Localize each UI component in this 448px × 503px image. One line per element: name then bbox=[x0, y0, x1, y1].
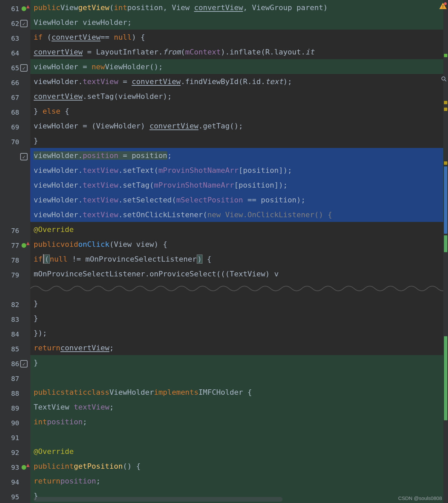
warning-icon[interactable] bbox=[439, 2, 447, 10]
code-line[interactable]: viewHolder = new ViewHolder(); bbox=[30, 59, 448, 74]
override-icon[interactable] bbox=[22, 465, 26, 470]
watermark: CSDN @souls0808 bbox=[398, 495, 442, 501]
line-number: 85 bbox=[9, 345, 19, 353]
code-line[interactable]: public static class ViewHolder implement… bbox=[30, 385, 448, 399]
svg-line-1 bbox=[445, 80, 446, 81]
line-number: 63 bbox=[9, 34, 19, 42]
code-line[interactable]: viewHolder.textView.setOnClickListener(n… bbox=[30, 207, 448, 222]
line-number: 89 bbox=[9, 404, 19, 412]
code-line[interactable]: viewHolder.position = position; bbox=[30, 148, 448, 163]
svg-point-0 bbox=[442, 77, 445, 80]
diff-checkbox-icon[interactable]: ✓ bbox=[20, 64, 28, 72]
code-line[interactable]: } bbox=[30, 311, 448, 325]
line-number: 70 bbox=[9, 138, 19, 146]
line-number: 93 bbox=[9, 463, 19, 471]
code-line[interactable] bbox=[30, 429, 448, 444]
code-line[interactable]: if (convertView == null) { bbox=[30, 30, 448, 44]
stripe-mark bbox=[444, 101, 447, 104]
code-fold-divider[interactable] bbox=[30, 281, 448, 296]
line-number: 83 bbox=[9, 315, 19, 323]
code-line[interactable]: @Override bbox=[30, 222, 448, 237]
code-area[interactable]: public View getView(int position, View c… bbox=[30, 0, 448, 503]
code-line[interactable]: } bbox=[30, 133, 448, 148]
code-line[interactable]: convertView.setTag(viewHolder); bbox=[30, 89, 448, 104]
code-line[interactable]: } bbox=[30, 355, 448, 370]
horizontal-scrollbar[interactable] bbox=[34, 497, 283, 502]
line-number: 69 bbox=[9, 123, 19, 131]
diff-checkbox-icon[interactable]: ✓ bbox=[20, 153, 28, 160]
magnifier-icon[interactable] bbox=[441, 76, 447, 82]
line-number: 66 bbox=[9, 79, 19, 87]
code-line[interactable]: public void onClick(View view) { bbox=[30, 237, 448, 252]
code-line[interactable]: mOnProvinceSelectListener.onProviceSelec… bbox=[30, 266, 448, 281]
stripe-mark bbox=[444, 235, 447, 252]
line-number: 95 bbox=[9, 493, 19, 501]
line-number: 91 bbox=[9, 434, 19, 442]
gutter: 6162✓636465✓6667686970✓76777879828384858… bbox=[0, 0, 30, 503]
line-number: 67 bbox=[9, 93, 19, 102]
code-editor[interactable]: 6162✓636465✓6667686970✓76777879828384858… bbox=[0, 0, 448, 503]
code-line[interactable]: @Override bbox=[30, 444, 448, 459]
code-line[interactable]: viewHolder.textView = convertView.findVi… bbox=[30, 74, 448, 89]
diff-checkbox-icon[interactable]: ✓ bbox=[20, 360, 28, 367]
line-number: 78 bbox=[9, 256, 19, 264]
stripe-mark bbox=[444, 54, 447, 57]
line-number: 94 bbox=[9, 478, 19, 486]
code-line[interactable]: } else { bbox=[30, 104, 448, 118]
stripe-mark bbox=[444, 108, 447, 111]
override-icon[interactable] bbox=[22, 6, 26, 11]
line-number: 77 bbox=[9, 241, 19, 249]
line-number: 84 bbox=[9, 330, 19, 338]
code-line[interactable]: int position; bbox=[30, 414, 448, 429]
line-number: 79 bbox=[9, 271, 19, 279]
line-number: 90 bbox=[9, 419, 19, 427]
code-line[interactable]: }); bbox=[30, 325, 448, 340]
stripe-mark bbox=[444, 161, 447, 165]
code-line[interactable]: viewHolder.textView.setTag(mProvinShotNa… bbox=[30, 178, 448, 192]
code-line[interactable]: viewHolder = (ViewHolder) convertView.ge… bbox=[30, 118, 448, 133]
code-line[interactable]: return convertView; bbox=[30, 340, 448, 355]
line-number: 92 bbox=[9, 449, 19, 457]
code-line[interactable]: viewHolder.textView.setSelected(mSelectP… bbox=[30, 192, 448, 207]
diff-checkbox-icon[interactable]: ✓ bbox=[20, 20, 28, 27]
code-line[interactable]: if (null != mOnProvinceSelectListener) { bbox=[30, 252, 448, 266]
stripe-mark bbox=[444, 166, 447, 234]
line-number: 86 bbox=[9, 360, 19, 368]
code-line[interactable]: TextView textView; bbox=[30, 399, 448, 414]
code-line[interactable]: public View getView(int position, View c… bbox=[30, 0, 448, 15]
line-number: 88 bbox=[9, 389, 19, 397]
line-number: 61 bbox=[9, 5, 19, 13]
stripe-mark bbox=[444, 336, 447, 420]
code-line[interactable]: return position; bbox=[30, 473, 448, 488]
override-icon[interactable] bbox=[22, 243, 26, 248]
line-number: 82 bbox=[9, 301, 19, 309]
line-number: 68 bbox=[9, 108, 19, 116]
line-number: 87 bbox=[9, 375, 19, 383]
line-number: 65 bbox=[9, 64, 19, 72]
code-line[interactable]: convertView = LayoutInflater.from(mConte… bbox=[30, 44, 448, 59]
line-number: 76 bbox=[9, 227, 19, 235]
code-line[interactable]: public int getPosition() { bbox=[30, 459, 448, 473]
code-line[interactable]: } bbox=[30, 296, 448, 311]
line-number: 64 bbox=[9, 49, 19, 57]
line-number: 62 bbox=[9, 20, 19, 28]
code-line[interactable]: viewHolder.textView.setText(mProvinShotN… bbox=[30, 163, 448, 178]
code-line[interactable]: ViewHolder viewHolder; bbox=[30, 15, 448, 30]
code-line[interactable] bbox=[30, 370, 448, 385]
